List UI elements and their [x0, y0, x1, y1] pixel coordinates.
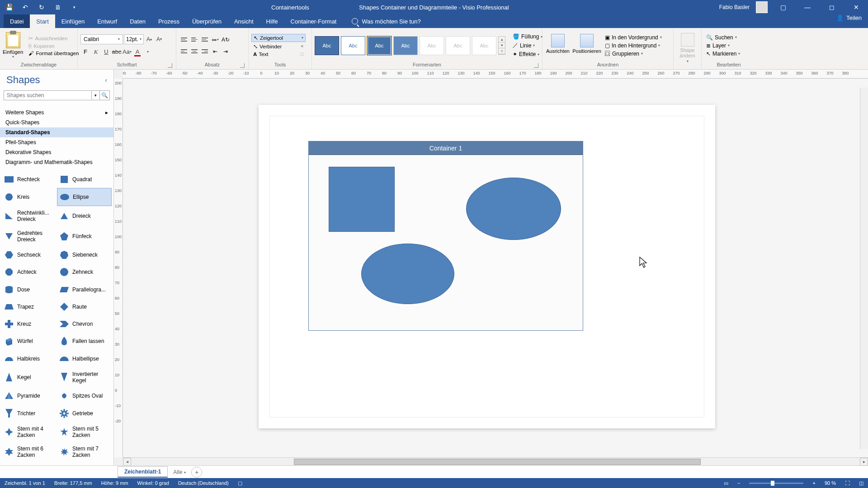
presentation-mode-button[interactable]: ▭ [724, 480, 728, 486]
stencil-quick-shapes[interactable]: Quick-Shapes [0, 117, 113, 127]
shape-item[interactable]: Trapez [2, 298, 57, 315]
style-swatch-7[interactable]: Abc [472, 36, 496, 55]
tab-review[interactable]: Überprüfen [186, 14, 228, 28]
zoom-level[interactable]: 90 % [825, 480, 836, 486]
text-direction-button[interactable]: A↻ [221, 35, 231, 45]
style-swatch-6[interactable]: Abc [446, 36, 470, 55]
shapes-search-input[interactable] [4, 90, 92, 100]
shape-item[interactable]: Rechtwinkli... Dreieck [2, 206, 57, 226]
shape-item[interactable]: Pyramide [2, 388, 57, 404]
align-middle-button[interactable] [189, 35, 199, 45]
shape-item[interactable]: Siebeneck [57, 246, 112, 263]
align-button[interactable]: Ausrichten [545, 34, 571, 54]
sheet-all-button[interactable]: Alle▴ [169, 467, 190, 477]
shape-item[interactable]: Fallen lassen [57, 333, 112, 350]
shape-item[interactable]: Trichter [2, 405, 57, 422]
hscroll-left[interactable]: ◂ [123, 458, 131, 466]
shape-item[interactable]: Stern mit 6 Zacken [2, 442, 57, 462]
shape-item[interactable]: Kegel [2, 367, 57, 387]
save-button[interactable]: 💾 [4, 2, 14, 13]
more-shapes-item[interactable]: Weitere Shapes▸ [0, 108, 113, 117]
align-bottom-button[interactable] [200, 35, 210, 45]
shape-item[interactable]: Quadrat [57, 171, 112, 188]
ruler-vertical[interactable]: 2001901801701601501401301201101009080706… [114, 79, 123, 457]
change-case-button[interactable]: Aa▾ [122, 47, 132, 57]
style-swatch-3[interactable]: Abc [367, 36, 392, 55]
font-color-dropdown[interactable]: ▾ [143, 47, 153, 57]
fit-page-button[interactable]: ⛶ [845, 480, 850, 486]
shrink-font-button[interactable]: A▾ [155, 34, 164, 44]
shapes-search-dropdown[interactable]: ▾ [92, 90, 100, 100]
align-center-button[interactable] [189, 47, 199, 56]
bring-front-button[interactable]: ▣In den Vordergrund▾ [603, 34, 664, 41]
tab-help[interactable]: Hilfe [260, 14, 284, 28]
shape-item[interactable]: Chevron [57, 316, 112, 333]
style-swatch-1[interactable]: Abc [315, 36, 339, 55]
qat-customize[interactable]: ▾ [69, 2, 80, 13]
font-name-combo[interactable]: Calibri▾ [80, 34, 123, 44]
align-top-button[interactable] [179, 35, 189, 45]
sheet-tab-1[interactable]: Zeichenblatt-1 [118, 466, 168, 478]
shape-item[interactable]: Dreieck [57, 206, 112, 226]
shape-item[interactable]: Stern mit 4 Zacken [2, 422, 57, 441]
shape-item[interactable]: Kreis [2, 188, 57, 206]
shape-item[interactable]: Gedrehtes Dreieck [2, 226, 57, 246]
shape-item[interactable]: Stern mit 7 Zacken [57, 442, 112, 462]
select-button[interactable]: ↖Markieren▾ [704, 50, 742, 57]
send-back-button[interactable]: ▢In den Hintergrund▾ [603, 42, 664, 49]
shape-item[interactable]: Invertierter Kegel [57, 367, 112, 387]
style-swatch-4[interactable]: Abc [393, 36, 418, 55]
style-swatch-2[interactable]: Abc [341, 36, 365, 55]
pointer-tool-button[interactable]: ↖Zeigertool▾ [251, 34, 306, 42]
macro-record-button[interactable]: ▢ [238, 480, 242, 486]
shape-item[interactable]: Halbkreis [2, 350, 57, 367]
shape-item[interactable]: Getriebe [57, 405, 112, 422]
close-button[interactable]: ✕ [847, 0, 865, 14]
add-sheet-button[interactable]: + [191, 467, 202, 478]
shape-item[interactable]: Würfel [2, 333, 57, 350]
bullets-button[interactable]: ≔▾ [210, 35, 220, 45]
ellipse-shape-2[interactable] [361, 244, 454, 304]
shape-item[interactable]: Ellipse [57, 188, 112, 206]
underline-button[interactable]: U [101, 47, 111, 57]
paragraph-dialog-launcher[interactable] [240, 63, 245, 68]
connector-tool-button[interactable]: ⤡Verbinder✕ [251, 43, 306, 50]
drawing-page[interactable]: Container 1 [259, 105, 715, 428]
zoom-slider[interactable] [749, 483, 803, 484]
style-gallery-nav[interactable]: ▴▾▿ [498, 36, 505, 55]
shape-item[interactable]: Raute [57, 298, 112, 315]
increase-indent-button[interactable]: ⇥ [221, 47, 231, 56]
font-size-combo[interactable]: 12pt.▾ [124, 34, 144, 44]
bold-button[interactable]: F [80, 47, 90, 57]
font-color-button[interactable]: A [132, 47, 142, 57]
user-name[interactable]: Fabio Basler [719, 4, 750, 10]
align-right-button[interactable] [200, 47, 210, 56]
vertical-scrollbar[interactable] [860, 88, 868, 449]
container-shape[interactable]: Container 1 [308, 141, 583, 331]
maximize-button[interactable]: ◻ [823, 0, 841, 14]
tab-start[interactable]: Start [30, 14, 55, 28]
stencil-standard-shapes[interactable]: Standard-Shapes [0, 127, 113, 137]
fill-button[interactable]: 🪣Füllung▾ [511, 33, 544, 40]
tab-view[interactable]: Ansicht [228, 14, 260, 28]
stencil-diagram-math-shapes[interactable]: Diagramm- und Mathematik-Shapes [0, 157, 113, 167]
text-tool-button[interactable]: AText⬚ [251, 51, 306, 57]
drawing-canvas[interactable]: Container 1 [123, 79, 868, 457]
tab-data[interactable]: Daten [123, 14, 152, 28]
stencil-arrow-shapes[interactable]: Pfeil-Shapes [0, 137, 113, 147]
undo-button[interactable]: ↶ [20, 2, 31, 13]
format-painter-button[interactable]: 🖌Format übertragen [27, 50, 80, 56]
shape-item[interactable]: Halbellipse [57, 350, 112, 367]
font-dialog-launcher[interactable] [168, 63, 172, 68]
layer-button[interactable]: ≣Layer▾ [704, 42, 742, 49]
new-doc-button[interactable]: 🗎 [52, 2, 63, 13]
ellipse-shape-1[interactable] [466, 178, 561, 240]
tab-container-format[interactable]: Container-Format [284, 14, 343, 28]
grow-font-button[interactable]: A▴ [145, 34, 154, 44]
shapes-search-go[interactable]: 🔍 [100, 90, 110, 100]
ruler-horizontal[interactable]: -90-80-70-60-50-40-30-20-100102030405060… [123, 70, 868, 79]
horizontal-scrollbar[interactable]: ◂ ▸ [123, 457, 868, 465]
user-avatar[interactable] [756, 1, 768, 13]
collapse-shapes-panel[interactable]: ‹ [105, 76, 107, 84]
style-swatch-5[interactable]: Abc [420, 36, 444, 55]
